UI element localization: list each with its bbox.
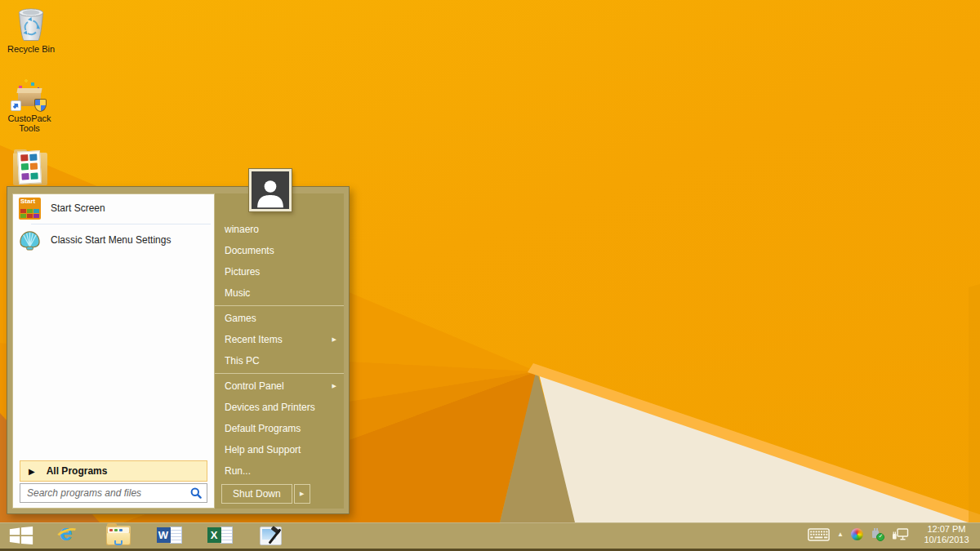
desktop-icon-custopack-tools[interactable]: CustoPack Tools [0,77,59,133]
separator [215,373,344,374]
search-input[interactable]: Search programs and files [20,483,207,503]
menu-item-recent-items[interactable]: Recent Items ▶ [215,329,344,350]
clock-date: 10/16/2013 [920,535,973,545]
menu-item-label: Classic Start Menu Settings [51,234,171,246]
menu-item-label: Start Screen [51,202,105,214]
menu-item-games[interactable]: Games [215,308,344,329]
desktop-screen: Recycle Bin CustoPack Tools [0,0,980,551]
start-menu-right-items: winaero Documents Pictures Music Games R… [215,219,344,482]
menu-item-music[interactable]: Music [215,282,344,304]
user-picture[interactable] [249,169,292,211]
taskbar-button-excel[interactable]: X [194,522,245,549]
excel-icon: X [207,526,233,545]
submenu-arrow-icon: ▶ [332,375,336,397]
submenu-arrow-icon: ▶ [332,329,336,350]
desktop-icon-label: CustoPack Tools [0,113,59,133]
menu-item-user[interactable]: winaero [215,219,344,240]
right-arrow-icon: ▶ [29,467,35,476]
system-tray: ▲ 12:07 PM 10/16/2013 [808,522,977,546]
classic-shell-icon [19,229,41,251]
shutdown-button[interactable]: Shut Down [221,484,292,504]
network-icon[interactable] [892,528,909,541]
taskbar-clock[interactable]: 12:07 PM 10/16/2013 [920,524,973,545]
usb-safely-remove-icon[interactable] [871,528,884,541]
person-icon [254,176,287,209]
folder-icon [10,149,51,187]
show-hidden-icons-button[interactable]: ▲ [837,531,844,538]
shutdown-options-button[interactable]: ▶ [294,484,310,504]
taskbar: e W X [0,522,980,551]
internet-explorer-icon: e [56,525,80,547]
custopack-icon [0,77,59,113]
word-icon: W [157,526,182,545]
menu-item-devices-and-printers[interactable]: Devices and Printers [215,397,344,418]
start-screen-icon: Start [19,198,41,220]
color-profile-icon[interactable] [851,528,863,540]
file-explorer-icon [106,526,131,545]
taskbar-button-theme-tool[interactable] [245,522,296,549]
all-programs-label: All Programs [47,465,108,477]
menu-item-pictures[interactable]: Pictures [215,261,344,282]
start-menu-right-panel: winaero Documents Pictures Music Games R… [215,193,344,509]
start-menu: Start Start Screen Classi [7,186,350,514]
menu-item-classic-start-menu-settings[interactable]: Classic Start Menu Settings [13,226,214,254]
search-icon[interactable] [190,487,202,499]
search-placeholder: Search programs and files [27,487,190,499]
touch-keyboard-icon[interactable] [808,528,830,541]
clock-time: 12:07 PM [920,524,973,535]
recycle-bin-icon [2,6,60,43]
desktop-icon-label: Recycle Bin [2,44,60,54]
taskbar-button-word[interactable]: W [144,522,194,549]
taskbar-button-internet-explorer[interactable]: e [42,522,93,549]
menu-item-documents[interactable]: Documents [215,240,344,261]
submenu-arrow-icon: ▶ [300,491,304,497]
menu-item-default-programs[interactable]: Default Programs [215,418,344,439]
theme-patcher-icon [260,527,282,545]
desktop-icon-recycle-bin[interactable]: Recycle Bin [2,6,60,54]
menu-item-this-pc[interactable]: This PC [215,350,344,371]
start-button[interactable] [0,522,42,549]
taskbar-button-file-explorer[interactable] [93,522,144,549]
menu-item-help-and-support[interactable]: Help and Support [215,439,344,460]
all-programs-button[interactable]: ▶ All Programs [20,460,207,482]
separator [31,224,211,224]
separator [215,305,344,306]
start-menu-left-panel: Start Start Screen Classi [12,193,215,509]
windows-logo-icon [9,526,33,545]
shortcut-arrow-icon [11,100,21,111]
shutdown-controls: Shut Down ▶ [221,484,310,504]
uac-shield-icon [34,99,47,112]
menu-item-control-panel[interactable]: Control Panel ▶ [215,375,344,397]
menu-item-start-screen[interactable]: Start Start Screen [13,194,214,222]
desktop-icon-folder[interactable] [10,149,51,187]
menu-item-run[interactable]: Run... [215,460,344,482]
